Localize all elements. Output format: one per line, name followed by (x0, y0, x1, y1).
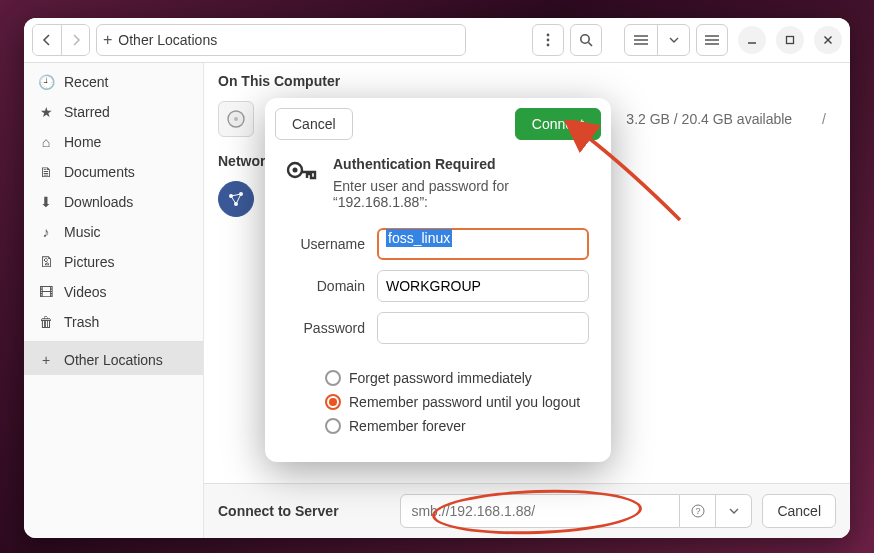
key-icon (283, 156, 319, 210)
connect-cancel-button[interactable]: Cancel (762, 494, 836, 528)
picture-icon: 🖻 (38, 254, 54, 270)
username-value: foss_linux (386, 229, 452, 247)
svg-point-0 (547, 34, 550, 37)
radio-label: Remember forever (349, 418, 466, 434)
sidebar-item-label: Videos (64, 284, 107, 300)
server-history-button[interactable] (716, 494, 752, 528)
svg-point-2 (547, 44, 550, 47)
star-icon: ★ (38, 104, 54, 120)
view-switcher (624, 24, 690, 56)
radio-label: Remember password until you logout (349, 394, 580, 410)
music-icon: ♪ (38, 224, 54, 240)
home-icon: ⌂ (38, 134, 54, 150)
username-label: Username (287, 236, 365, 252)
sidebar-item-starred[interactable]: ★ Starred (24, 97, 203, 127)
download-icon: ⬇ (38, 194, 54, 210)
dialog-header: Cancel Connect (265, 98, 611, 150)
password-label: Password (287, 320, 365, 336)
sidebar-item-label: Home (64, 134, 101, 150)
sidebar-item-label: Starred (64, 104, 110, 120)
svg-point-3 (581, 35, 589, 43)
sidebar-item-downloads[interactable]: ⬇ Downloads (24, 187, 203, 217)
svg-line-22 (236, 194, 241, 204)
plus-icon: + (38, 352, 54, 368)
radio-forget[interactable]: Forget password immediately (325, 370, 589, 386)
button-label: Connect (532, 116, 584, 132)
sidebar-item-home[interactable]: ⌂ Home (24, 127, 203, 157)
auth-dialog: Cancel Connect Authentication Required E… (265, 98, 611, 462)
sidebar: 🕘 Recent ★ Starred ⌂ Home 🗎 Documents ⬇ … (24, 63, 204, 538)
radio-session[interactable]: Remember password until you logout (325, 394, 589, 410)
location-bar[interactable]: + Other Locations (96, 24, 466, 56)
button-label: Cancel (292, 116, 336, 132)
sidebar-item-label: Pictures (64, 254, 115, 270)
search-button[interactable] (570, 24, 602, 56)
nav-buttons (32, 24, 90, 56)
drive-path: / (812, 111, 836, 127)
sidebar-item-label: Downloads (64, 194, 133, 210)
svg-rect-12 (787, 37, 794, 44)
sidebar-item-label: Documents (64, 164, 135, 180)
video-icon: 🎞 (38, 284, 54, 300)
button-label: Cancel (777, 503, 821, 519)
dialog-message: Enter user and password for “192.168.1.8… (333, 178, 593, 210)
minimize-button[interactable] (738, 26, 766, 54)
server-address-input[interactable] (400, 494, 680, 528)
forward-button[interactable] (61, 25, 89, 55)
dialog-body: Authentication Required Enter user and p… (265, 150, 611, 218)
sidebar-item-recent[interactable]: 🕘 Recent (24, 67, 203, 97)
radio-icon (325, 394, 341, 410)
svg-point-16 (234, 117, 238, 121)
trash-icon: 🗑 (38, 314, 54, 330)
titlebar: + Other Locations (24, 18, 850, 63)
sidebar-item-label: Recent (64, 74, 108, 90)
username-input[interactable]: foss_linux (377, 228, 589, 260)
sidebar-item-videos[interactable]: 🎞 Videos (24, 277, 203, 307)
radio-forever[interactable]: Remember forever (325, 418, 589, 434)
sidebar-item-documents[interactable]: 🗎 Documents (24, 157, 203, 187)
password-input[interactable] (377, 312, 589, 344)
svg-point-26 (293, 168, 298, 173)
clock-icon: 🕘 (38, 74, 54, 90)
sidebar-item-label: Trash (64, 314, 99, 330)
menu-dots-button[interactable] (532, 24, 564, 56)
network-icon (218, 181, 254, 217)
sidebar-item-trash[interactable]: 🗑 Trash (24, 307, 203, 337)
connect-to-server-bar: Connect to Server ? Cancel (204, 483, 850, 538)
sidebar-item-other-locations[interactable]: + Other Locations (24, 341, 203, 375)
radio-label: Forget password immediately (349, 370, 532, 386)
disk-icon (218, 101, 254, 137)
dialog-title: Authentication Required (333, 156, 593, 172)
document-icon: 🗎 (38, 164, 54, 180)
server-input-group: ? (400, 494, 752, 528)
maximize-button[interactable] (776, 26, 804, 54)
hamburger-menu-button[interactable] (696, 24, 728, 56)
location-label: Other Locations (118, 32, 217, 48)
sidebar-item-music[interactable]: ♪ Music (24, 217, 203, 247)
plus-icon: + (103, 31, 112, 49)
domain-input[interactable] (377, 270, 589, 302)
back-button[interactable] (33, 25, 61, 55)
view-dropdown-button[interactable] (657, 25, 689, 55)
domain-label: Domain (287, 278, 365, 294)
radio-icon (325, 418, 341, 434)
dialog-connect-button[interactable]: Connect (515, 108, 601, 140)
svg-line-4 (589, 43, 593, 47)
radio-icon (325, 370, 341, 386)
dialog-form: Username foss_linux Domain Password (265, 218, 611, 360)
dialog-cancel-button[interactable]: Cancel (275, 108, 353, 140)
password-remember-options: Forget password immediately Remember pas… (265, 360, 611, 462)
svg-point-1 (547, 39, 550, 42)
sidebar-item-label: Other Locations (64, 352, 163, 368)
drive-size: 3.2 GB / 20.4 GB available (626, 111, 792, 127)
connect-label: Connect to Server (218, 503, 339, 519)
close-button[interactable] (814, 26, 842, 54)
svg-text:?: ? (695, 506, 700, 516)
sidebar-item-pictures[interactable]: 🖻 Pictures (24, 247, 203, 277)
list-view-button[interactable] (625, 25, 657, 55)
sidebar-item-label: Music (64, 224, 101, 240)
server-help-button[interactable]: ? (680, 494, 716, 528)
section-heading-computer: On This Computer (204, 63, 850, 95)
svg-line-21 (231, 196, 236, 204)
